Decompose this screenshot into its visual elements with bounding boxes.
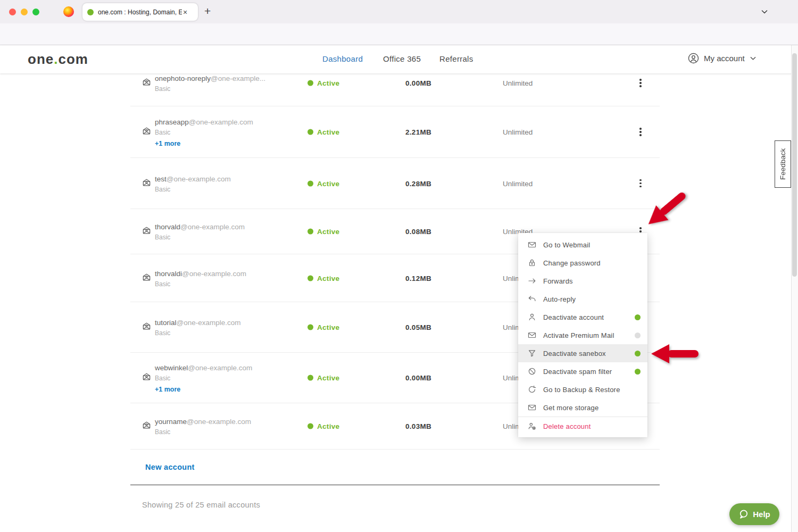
status-dot: [307, 423, 313, 429]
menu-item-deactivate-spam-filter[interactable]: Deactivate spam filter: [518, 362, 647, 380]
email-user: thorvaldi: [155, 270, 182, 278]
email-user: yourname: [155, 418, 187, 426]
storage-limit: Unlimited: [503, 79, 533, 87]
menu-item-forwards[interactable]: Forwards: [518, 272, 647, 290]
help-chat-bubble-icon: [738, 509, 749, 519]
mail-account-icon: [142, 127, 151, 138]
status-label: Active: [317, 323, 339, 331]
menu-item-deactivate-account[interactable]: Deactivate account: [518, 308, 647, 326]
browser-tab-bar: one.com : Hosting, Domain, Ema × +: [0, 0, 798, 23]
delete-account-person-icon: [528, 422, 536, 430]
new-account-button[interactable]: New account: [145, 463, 195, 471]
account-chevron-down-icon: [750, 55, 757, 62]
menu-item-backup-restore[interactable]: Go to Backup & Restore: [518, 380, 647, 398]
onecom-logo[interactable]: one.com: [28, 51, 88, 68]
storage-limit: Unlimited: [503, 128, 533, 136]
window-zoom-button[interactable]: [32, 9, 39, 15]
status-dot: [307, 229, 313, 235]
email-domain: @one-example.com: [167, 175, 231, 183]
spam-filter-blocked-icon: [528, 367, 536, 376]
menu-item-auto-reply[interactable]: Auto-reply: [518, 290, 647, 308]
annotation-arrow-sanebox: [650, 343, 701, 364]
storage-used: 0.03MB: [405, 422, 431, 430]
plan-label: Basic: [155, 428, 251, 436]
forwards-arrow-right-icon: [528, 277, 536, 285]
feature-status-dot: [635, 369, 641, 375]
menu-item-get-more-storage[interactable]: Get more storage: [518, 398, 647, 417]
mail-account-icon: [142, 178, 151, 189]
nav-dashboard[interactable]: Dashboard: [322, 54, 363, 63]
email-domain: @one-example.com: [187, 418, 251, 426]
more-aliases-link[interactable]: +1 more: [155, 140, 253, 147]
password-lock-icon: [528, 259, 536, 267]
auto-reply-arrow-icon: [528, 295, 536, 303]
nav-office-365[interactable]: Office 365: [383, 54, 421, 63]
email-domain: @one-example.com: [180, 223, 245, 231]
feedback-tab[interactable]: Feedback: [775, 140, 791, 188]
status-dot: [307, 325, 313, 330]
more-aliases-link[interactable]: +1 more: [155, 386, 252, 393]
email-user: thorvald: [155, 223, 180, 231]
my-account-menu[interactable]: My account: [688, 53, 757, 64]
row-actions-kebab-icon[interactable]: [635, 125, 646, 139]
webmail-envelope-icon: [528, 240, 536, 249]
window-minimize-button[interactable]: [21, 9, 28, 15]
new-tab-button[interactable]: +: [204, 5, 211, 18]
tab-list-chevron-icon[interactable]: [760, 7, 769, 18]
scrollbar-thumb[interactable]: [792, 53, 797, 277]
feature-status-dot: [635, 351, 641, 356]
row-actions-kebab-icon[interactable]: [635, 76, 646, 90]
table-row: test@one-example.comBasic Active 0.28MB …: [130, 158, 660, 209]
email-domain: @one-example.com: [188, 364, 252, 372]
menu-item-change-password[interactable]: Change password: [518, 254, 647, 272]
menu-item-activate-premium-mail[interactable]: Activate Premium Mail: [518, 326, 647, 344]
mail-account-icon: [142, 372, 151, 384]
storage-used: 2.21MB: [405, 128, 431, 136]
mail-account-icon: [142, 421, 151, 432]
status-label: Active: [317, 79, 339, 87]
status-dot: [307, 80, 313, 86]
window-close-button[interactable]: [9, 9, 16, 15]
new-account-row: New account: [130, 450, 660, 485]
plan-label: Basic: [155, 234, 245, 241]
row-actions-context-menu: Go to Webmail Change password Forwards A…: [518, 233, 647, 437]
menu-item-deactivate-sanebox[interactable]: Deactivate sanebox: [518, 344, 647, 362]
storage-used: 0.12MB: [405, 274, 431, 282]
menu-item-go-to-webmail[interactable]: Go to Webmail: [518, 236, 647, 254]
status-label: Active: [317, 228, 339, 236]
menu-item-delete-account[interactable]: Delete account: [518, 417, 647, 435]
storage-limit: Unlimited: [503, 179, 533, 187]
email-user: tutorial: [155, 319, 177, 327]
plan-label: Basic: [155, 85, 265, 93]
browser-toolbar: https://www.one.com/admin/mail/overview.…: [0, 23, 798, 45]
scrollbar-track[interactable]: [791, 45, 798, 532]
status-label: Active: [317, 274, 339, 282]
storage-used: 0.00MB: [405, 374, 431, 382]
tab-close-icon[interactable]: ×: [183, 8, 187, 16]
premium-mail-envelope-icon: [528, 331, 536, 339]
row-actions-kebab-icon[interactable]: [635, 177, 646, 190]
mail-account-icon: [142, 322, 151, 333]
help-button[interactable]: Help: [729, 503, 779, 525]
storage-envelope-icon: [528, 403, 536, 412]
backup-restore-icon: [528, 385, 536, 394]
nav-referrals[interactable]: Referrals: [439, 54, 473, 63]
storage-used: 0.28MB: [405, 179, 431, 187]
email-domain: @one-example...: [211, 74, 265, 82]
email-user: test: [155, 175, 167, 183]
status-label: Active: [317, 422, 339, 430]
plan-label: Basic: [155, 186, 231, 193]
mail-account-icon: [142, 78, 151, 89]
email-user: onephoto-noreply: [155, 74, 211, 82]
storage-used: 0.00MB: [405, 79, 431, 87]
plan-label: Basic: [155, 129, 253, 136]
storage-used: 0.05MB: [405, 323, 431, 331]
account-person-icon: [688, 53, 699, 64]
status-dot: [307, 375, 313, 381]
browser-tab[interactable]: one.com : Hosting, Domain, Ema ×: [82, 3, 198, 21]
email-user: webwinkel: [155, 364, 188, 372]
status-dot: [307, 129, 313, 135]
email-domain: @one-example.com: [182, 270, 246, 278]
plan-label: Basic: [155, 280, 246, 288]
storage-used: 0.08MB: [405, 228, 431, 236]
